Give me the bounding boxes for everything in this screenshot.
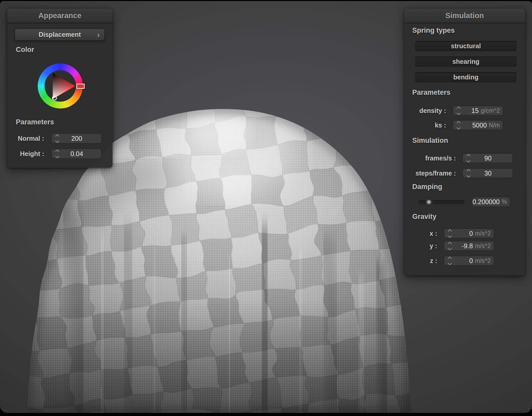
steps-label: steps/frame : (404, 168, 456, 178)
simulation-title: Simulation (445, 11, 484, 20)
height-field[interactable]: 0.04 (51, 149, 102, 159)
gravity-z-spinner[interactable] (446, 257, 454, 265)
simulation-parameters-label: Parameters (412, 89, 450, 97)
height-spinner[interactable] (53, 150, 61, 158)
ks-field[interactable]: 5000 N/m (453, 120, 503, 130)
steps-field[interactable]: 30 (462, 168, 513, 178)
gravity-x-field[interactable]: 0 m/s^2 (444, 229, 494, 238)
frames-field[interactable]: 90 (462, 153, 513, 163)
displacement-button[interactable]: Displacement › (15, 29, 105, 41)
spring-button-shearing[interactable]: shearing (415, 56, 517, 67)
appearance-title: Appearance (38, 11, 81, 20)
gravity-y-spinner[interactable] (446, 242, 454, 250)
simulation-panel: Simulation Spring types structural shear… (404, 9, 525, 276)
ks-spinner[interactable] (455, 122, 462, 129)
spring-button-bending[interactable]: bending (415, 72, 517, 83)
color-wheel[interactable] (38, 63, 83, 109)
damping-value: 0.200000 (473, 198, 500, 206)
appearance-panel-body: Displacement › Color (7, 23, 112, 168)
normal-value: 200 (61, 135, 92, 142)
damping-value-field[interactable]: 0.200000 % (472, 197, 510, 207)
hue-marker[interactable] (76, 84, 85, 89)
sv-triangle[interactable] (38, 63, 83, 109)
simulation-panel-body: Spring types structural shearing bending… (404, 23, 525, 276)
height-label: Height : (7, 149, 44, 159)
gravity-z-unit: m/s^2 (475, 257, 491, 264)
density-field[interactable]: 15 g/cm^2 (453, 106, 503, 116)
damping-unit: % (502, 198, 507, 205)
simulation-section-label: Simulation (412, 137, 448, 145)
gravity-y-field[interactable]: -9.8 m/s^2 (444, 241, 494, 251)
gravity-x-label: x : (404, 229, 437, 238)
displacement-button-label: Displacement (39, 31, 81, 38)
simulation-panel-header[interactable]: Simulation (404, 9, 525, 23)
gravity-label: Gravity (412, 213, 436, 221)
appearance-parameters-label: Parameters (16, 118, 54, 126)
frames-spinner[interactable] (464, 155, 472, 162)
appearance-panel-header[interactable]: Appearance (7, 9, 112, 23)
spring-button-structural-label: structural (451, 42, 481, 50)
damping-label: Damping (412, 183, 442, 191)
gravity-y-unit: m/s^2 (475, 243, 491, 250)
ks-value: 5000 (462, 122, 487, 129)
steps-spinner[interactable] (464, 170, 472, 177)
color-section-label: Color (16, 46, 34, 54)
ks-unit: N/m (489, 122, 500, 129)
gravity-x-value: 0 (454, 230, 473, 237)
spring-button-shearing-label: shearing (452, 58, 479, 65)
steps-value: 30 (472, 170, 504, 177)
gravity-x-unit: m/s^2 (475, 230, 491, 237)
frames-value: 90 (472, 155, 504, 162)
appearance-panel: Appearance Displacement › Color (7, 9, 112, 168)
density-label: density : (404, 106, 446, 116)
normal-label: Normal : (7, 133, 44, 144)
sv-marker[interactable] (52, 96, 57, 100)
viewport-3d[interactable]: Appearance Displacement › Color (0, 1, 532, 413)
spring-button-bending-label: bending (453, 73, 478, 81)
gravity-x-spinner[interactable] (446, 230, 454, 237)
damping-slider-thumb[interactable] (425, 198, 433, 206)
gravity-y-label: y : (404, 241, 437, 251)
spring-types-label: Spring types (412, 26, 455, 35)
height-value: 0.04 (61, 150, 92, 158)
gravity-z-label: z : (404, 256, 437, 266)
frames-label: frames/s : (404, 153, 456, 163)
gravity-y-value: -9.8 (454, 242, 473, 250)
normal-field[interactable]: 200 (51, 133, 102, 144)
density-value: 15 (462, 107, 479, 115)
normal-spinner[interactable] (53, 135, 61, 142)
density-spinner[interactable] (455, 107, 462, 115)
density-unit: g/cm^2 (481, 107, 500, 114)
ks-label: ks : (404, 120, 446, 130)
spring-button-structural[interactable]: structural (415, 41, 517, 52)
gravity-z-value: 0 (454, 257, 473, 265)
gravity-z-field[interactable]: 0 m/s^2 (444, 256, 494, 266)
damping-slider[interactable] (419, 200, 464, 204)
